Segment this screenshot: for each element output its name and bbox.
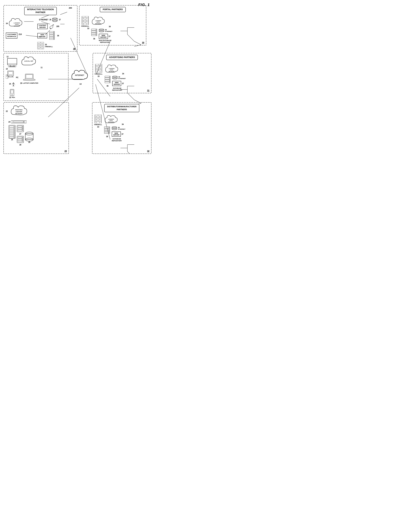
- ethernet-cylinder: [52, 18, 57, 22]
- laptop-icon: [23, 74, 35, 82]
- firewall-label-adv: FIREWALL: [95, 73, 103, 75]
- svg-point-213: [109, 131, 109, 131]
- lan-wan-ref-portal: 34: [109, 26, 111, 28]
- svg-point-176: [22, 126, 23, 127]
- dist-partners-ref: 32: [147, 150, 149, 152]
- svg-point-51: [53, 38, 54, 39]
- svg-rect-116: [11, 90, 13, 94]
- itp-box: INTERACTIVE TELEVISION PARTNER 200 34: [3, 5, 77, 52]
- itp-ref-200: 200: [69, 7, 72, 9]
- web-server-label-dist: WEB SERVER: [113, 132, 120, 136]
- router-ref: 37: [59, 19, 61, 21]
- db-label-dist: DATABASE REPOSITORY: [112, 138, 122, 142]
- svg-point-89: [96, 29, 96, 30]
- svg-point-183: [22, 137, 23, 138]
- svg-text:NETWORK: NETWORK: [95, 23, 101, 24]
- svg-text:LAN/WAN: LAN/WAN: [95, 20, 101, 21]
- server-ref-dist: 36: [106, 136, 108, 138]
- svg-text:NETWORK: NETWORK: [108, 121, 114, 123]
- web-server-ref-portal: 37: [109, 35, 110, 37]
- svg-text:HOSTING: HOSTING: [15, 109, 23, 111]
- svg-point-90: [96, 31, 96, 32]
- ethernet-ref-35: ETHERNET: [39, 19, 48, 21]
- database-29: [25, 132, 34, 141]
- svg-point-178: [22, 130, 23, 130]
- svg-rect-149: [112, 76, 117, 78]
- firewall-ref-dist: 33: [97, 126, 99, 128]
- svg-line-113: [13, 83, 15, 85]
- server-block-28: [17, 136, 24, 143]
- web-server-ref-adv: 37: [122, 83, 124, 84]
- svg-point-177: [22, 128, 23, 129]
- svg-point-185: [22, 141, 23, 141]
- firewall-icon-adv: [95, 64, 102, 73]
- pc-label: PC: [16, 76, 19, 79]
- svg-point-92: [96, 35, 96, 35]
- web-server-ref-dist: 37: [121, 133, 123, 135]
- svg-point-145: [109, 78, 110, 79]
- monitor-icon: [6, 58, 18, 68]
- laptop-ref: 18: [20, 82, 22, 84]
- svg-rect-154: [11, 121, 26, 123]
- hosting-center-box: 22 HOSTING CENTER NETWORK 24: [3, 102, 69, 154]
- content-server-ref-205: 205: [57, 25, 59, 27]
- ethernet-cylinder-adv: [112, 76, 118, 80]
- distributor-partners-box: DISTRIBUTOR/MANUFACTURER PARTNERS: [92, 102, 152, 154]
- monitor-ref: 12: [6, 56, 8, 58]
- local-isp-box: 12: [3, 53, 69, 101]
- svg-point-170: [14, 135, 14, 135]
- hosting-main-ref: 20: [64, 150, 67, 152]
- svg-point-50: [53, 37, 54, 38]
- svg-point-47: [53, 32, 54, 32]
- svg-text:NETWORK: NETWORK: [109, 71, 115, 72]
- server-block-27: [17, 125, 24, 132]
- firewall-icon-portal: [82, 16, 89, 25]
- ethernet-label-adv: ETHERNET: [118, 78, 126, 79]
- svg-text:DATA: DATA: [110, 69, 113, 71]
- svg-rect-103: [8, 71, 13, 75]
- pda-ref: 15: [9, 96, 11, 98]
- db-label-adv: DATABASE REPOSITORY: [112, 88, 122, 91]
- svg-rect-94: [99, 29, 104, 31]
- portal-partners-title: PORTAL PARTNERS: [100, 7, 126, 12]
- svg-point-37: [49, 25, 53, 29]
- internet-cloud: INTERNET: [70, 69, 91, 83]
- lan-wan-cloud-portal: LAN/WAN DATA NETWORK: [91, 16, 108, 27]
- svg-rect-187: [25, 133, 33, 139]
- svg-point-108: [6, 76, 7, 76]
- ethernet-label-portal: ETHERNET: [105, 31, 112, 32]
- svg-text:DATA: DATA: [97, 21, 100, 23]
- ethernet-cylinder-portal: [99, 29, 104, 32]
- svg-point-144: [109, 76, 110, 77]
- server-stack-portal: [91, 29, 97, 38]
- svg-rect-35: [52, 19, 57, 21]
- laptop-label: LAPTOP COMPUTER: [23, 82, 38, 84]
- svg-text:DATA: DATA: [15, 24, 19, 25]
- advertising-partners-box: ADVERTISING PARTNERS: [93, 53, 152, 93]
- svg-point-184: [22, 139, 23, 139]
- svg-point-117: [12, 95, 13, 95]
- svg-point-171: [14, 137, 14, 138]
- svg-rect-96: [7, 58, 17, 65]
- ethernet-label-dist: ETHERNET: [118, 128, 125, 130]
- svg-line-104: [8, 76, 9, 77]
- server-stack-adv: [104, 76, 111, 85]
- satellite-dish-icon: [49, 23, 55, 29]
- svg-point-166: [14, 127, 14, 127]
- rack-ref: 24: [8, 121, 10, 123]
- content-server-label: CONTENT SERVER: [39, 25, 46, 28]
- hosting-cloud: HOSTING CENTER NETWORK: [8, 105, 32, 117]
- svg-text:LOCAL ISP: LOCAL ISP: [24, 60, 33, 62]
- lan-wan-ref-adv: 34: [122, 73, 124, 75]
- firewall-label-dist: FIREWALL: [94, 124, 102, 126]
- web-server-label-portal: WEB SERVER: [100, 35, 107, 38]
- server-block-26: [8, 125, 16, 139]
- svg-text:NETWORK: NETWORK: [15, 113, 23, 114]
- advertising-partners-title: ADVERTISING PARTNERS: [106, 55, 138, 60]
- server-28-ref: 28: [19, 144, 21, 146]
- firewall-ref-33-itp: 33: [45, 44, 47, 46]
- firewall-icon-itp: [37, 42, 44, 49]
- lan-wan-ref-34: 34: [6, 23, 8, 25]
- hosting-cloud-ref: 22: [6, 110, 8, 112]
- svg-rect-97: [7, 58, 17, 63]
